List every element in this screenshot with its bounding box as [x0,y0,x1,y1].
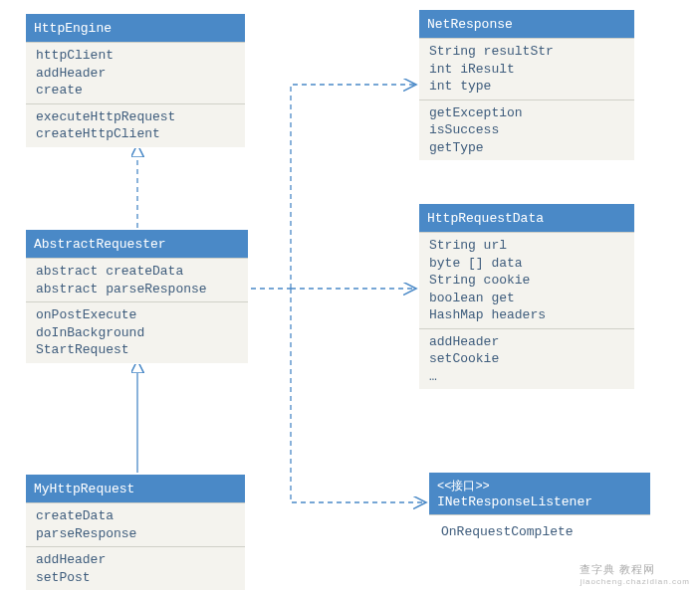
methods: OnRequestComplete [429,514,650,549]
methods: addHeader setCookie … [419,328,634,390]
attributes: String resultStr int iResult int type [419,38,634,99]
methods: addHeader setPost [26,546,245,590]
class-inetresponselistener: <<接口>> INetResponseListener OnRequestCom… [428,472,651,550]
attributes: abstract createData abstract parseRespon… [26,258,248,301]
methods: executeHttpRequest createHttpClient [26,103,245,147]
attributes: createData parseResponse [26,502,245,546]
methods: getException isSuccess getType [419,99,634,161]
class-netresponse: NetResponse String resultStr int iResult… [418,9,635,161]
class-title: HttpEngine [26,14,245,42]
rel-abstractrequester-netresponse [291,85,416,289]
class-title: MyHttpRequest [26,475,245,502]
methods: onPostExecute doInBackground StartReques… [26,301,248,363]
class-abstractrequester: AbstractRequester abstract createData ab… [25,229,249,364]
watermark: 查字典 教程网 jiaocheng.chazidian.com [580,562,690,586]
class-httprequestdata: HttpRequestData String url byte [] data … [418,203,635,390]
rel-abstractrequester-inetresponselistener [291,289,426,502]
attributes: String url byte [] data String cookie bo… [419,232,634,328]
class-title: HttpRequestData [419,204,634,232]
class-title: NetResponse [419,10,634,38]
class-myhttprequest: MyHttpRequest createData parseResponse a… [25,474,246,591]
class-title: AbstractRequester [26,230,248,258]
class-title: <<接口>> INetResponseListener [429,473,650,514]
class-httpengine: HttpEngine httpClient addHeader create e… [25,13,246,148]
attributes: httpClient addHeader create [26,42,245,103]
